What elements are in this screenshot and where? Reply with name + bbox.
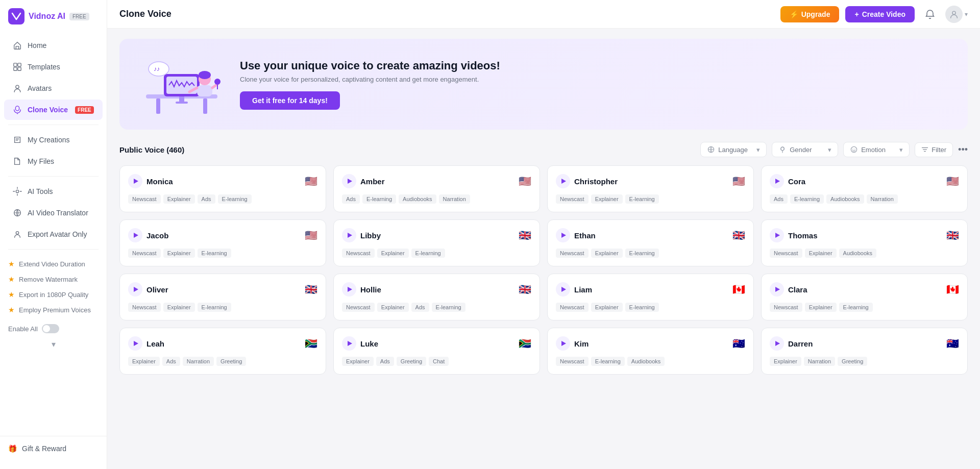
voice-name: Jacob — [146, 231, 168, 240]
sidebar-collapse-btn[interactable]: ▾ — [0, 337, 107, 351]
sidebar-item-my-creations[interactable]: My Creations — [4, 130, 103, 150]
play-button[interactable] — [556, 228, 570, 242]
upgrade-button[interactable]: ⚡ Upgrade — [780, 6, 840, 22]
voice-name-row: Jacob — [128, 228, 168, 242]
voice-card-header: Christopher 🇺🇸 — [556, 174, 745, 188]
sidebar-item-home[interactable]: Home — [4, 35, 103, 56]
play-icon — [775, 179, 780, 184]
play-button[interactable] — [556, 174, 570, 188]
sidebar-item-export-avatar-only[interactable]: Export Avatar Only — [4, 224, 103, 244]
content: ♪♪ Use your unique voice to create amazi… — [107, 29, 980, 469]
voice-card[interactable]: Jacob 🇺🇸 NewscastExplainerE-learning — [119, 219, 326, 266]
voice-card-header: Jacob 🇺🇸 — [128, 228, 317, 242]
voice-grid: Monica 🇺🇸 NewscastExplainerAdsE-learning… — [119, 165, 968, 375]
language-filter[interactable]: Language ▾ — [700, 142, 767, 157]
enable-all-row: Enable All — [0, 320, 107, 337]
voice-card[interactable]: Cora 🇺🇸 AdsE-learningAudiobooksNarration — [761, 165, 968, 212]
sidebar-item-templates[interactable]: Templates — [4, 57, 103, 77]
svg-rect-13 — [156, 98, 160, 114]
voice-card[interactable]: Liam 🇨🇦 NewscastExplainerE-learning — [547, 274, 754, 320]
play-button[interactable] — [342, 228, 356, 242]
voice-card[interactable]: Christopher 🇺🇸 NewscastExplainerE-learni… — [547, 165, 754, 212]
sidebar-item-ai-video-translator[interactable]: AI Video Translator — [4, 203, 103, 223]
emotion-icon — [850, 145, 858, 154]
voice-tag: E-learning — [839, 303, 873, 312]
emotion-chevron-icon: ▾ — [899, 146, 903, 154]
voice-card[interactable]: Monica 🇺🇸 NewscastExplainerAdsE-learning — [119, 165, 326, 212]
create-plus-icon: + — [854, 10, 859, 18]
flag-icon: 🇺🇸 — [305, 229, 317, 241]
play-icon — [348, 179, 352, 184]
more-options-button[interactable]: ••• — [958, 144, 968, 155]
notification-bell[interactable] — [921, 5, 939, 23]
voice-tag: E-learning — [591, 357, 625, 366]
voice-card[interactable]: Clara 🇨🇦 NewscastExplainerE-learning — [761, 274, 968, 320]
voice-card[interactable]: Oliver 🇬🇧 NewscastExplainerE-learning — [119, 274, 326, 320]
ai-tools-icon — [12, 186, 22, 196]
play-button[interactable] — [556, 336, 570, 351]
voice-card[interactable]: Hollie 🇬🇧 NewscastExplainerAdsE-learning — [333, 274, 540, 320]
voice-tag: E-learning — [625, 303, 659, 312]
voice-tag: Explainer — [163, 194, 195, 204]
play-button[interactable] — [128, 228, 142, 242]
voice-tag: E-learning — [218, 194, 252, 204]
play-button[interactable] — [342, 282, 356, 297]
voice-card-header: Darren 🇦🇺 — [770, 336, 959, 351]
star-icon-3: ★ — [8, 290, 15, 299]
voice-tag: Narration — [183, 357, 214, 366]
get-free-button[interactable]: Get it free for 14 days! — [240, 91, 340, 110]
globe-icon — [707, 145, 715, 154]
sidebar-item-clone-voice[interactable]: Clone Voice FREE — [4, 100, 103, 120]
play-button[interactable] — [770, 174, 784, 188]
play-icon — [134, 233, 138, 238]
play-button[interactable] — [770, 336, 784, 351]
voice-card[interactable]: Ethan 🇬🇧 NewscastExplainerE-learning — [547, 219, 754, 266]
gender-filter[interactable]: Gender ▾ — [772, 142, 838, 157]
voice-card[interactable]: Libby 🇬🇧 NewscastExplainerE-learning — [333, 219, 540, 266]
voice-tag: Explainer — [128, 357, 160, 366]
user-avatar-btn[interactable]: ▾ — [945, 6, 968, 23]
voice-card[interactable]: Luke 🇿🇦 ExplainerAdsGreetingChat — [333, 328, 540, 375]
voice-tag: Audiobooks — [627, 357, 665, 366]
voice-tag: Narration — [439, 194, 470, 204]
create-video-button[interactable]: + Create Video — [845, 6, 915, 22]
premium-extend-video: ★ Extend Video Duration — [8, 258, 99, 270]
svg-text:♪♪: ♪♪ — [154, 65, 160, 72]
play-button[interactable] — [128, 336, 142, 351]
voice-name-row: Oliver — [128, 282, 168, 297]
voice-card[interactable]: Darren 🇦🇺 ExplainerNarrationGreeting — [761, 328, 968, 375]
play-button[interactable] — [342, 336, 356, 351]
voice-card[interactable]: Thomas 🇬🇧 NewscastExplainerAudiobooks — [761, 219, 968, 266]
voice-tag: E-learning — [198, 303, 231, 312]
voice-name-row: Luke — [342, 336, 378, 351]
voice-card[interactable]: Kim 🇦🇺 NewscastE-learningAudiobooks — [547, 328, 754, 375]
voice-card[interactable]: Amber 🇺🇸 AdsE-learningAudiobooksNarratio… — [333, 165, 540, 212]
banner-text: Use your unique voice to create amazing … — [240, 59, 951, 110]
voice-tag: Ads — [162, 357, 180, 366]
sidebar-item-avatars[interactable]: Avatars — [4, 78, 103, 98]
play-button[interactable] — [342, 174, 356, 188]
premium-export-1080p-label: Export in 1080P Quality — [19, 291, 88, 299]
voice-tag: Explainer — [377, 303, 409, 312]
sidebar-item-my-files-label: My Files — [28, 157, 54, 165]
play-button[interactable] — [770, 282, 784, 297]
sidebar-item-ai-tools[interactable]: AI Tools — [4, 181, 103, 202]
filter-button[interactable]: Filter — [915, 142, 953, 157]
play-button[interactable] — [770, 228, 784, 242]
play-button[interactable] — [128, 282, 142, 297]
flag-icon: 🇺🇸 — [946, 175, 959, 187]
upgrade-icon: ⚡ — [790, 10, 798, 18]
emotion-filter[interactable]: Emotion ▾ — [843, 142, 910, 157]
voice-card[interactable]: Leah 🇿🇦 ExplainerAdsNarrationGreeting — [119, 328, 326, 375]
sidebar-bottom: 🎁 Gift & Reward — [0, 436, 107, 461]
sidebar-item-my-creations-label: My Creations — [28, 136, 69, 144]
enable-all-toggle[interactable] — [42, 324, 59, 333]
play-icon — [561, 179, 566, 184]
flag-icon: 🇺🇸 — [519, 175, 531, 187]
sidebar-item-gift[interactable]: 🎁 Gift & Reward — [8, 440, 99, 457]
sidebar-item-my-files[interactable]: My Files — [4, 151, 103, 171]
play-button[interactable] — [128, 174, 142, 188]
flag-icon: 🇦🇺 — [732, 337, 745, 350]
user-avatar — [945, 6, 963, 23]
play-button[interactable] — [556, 282, 570, 297]
